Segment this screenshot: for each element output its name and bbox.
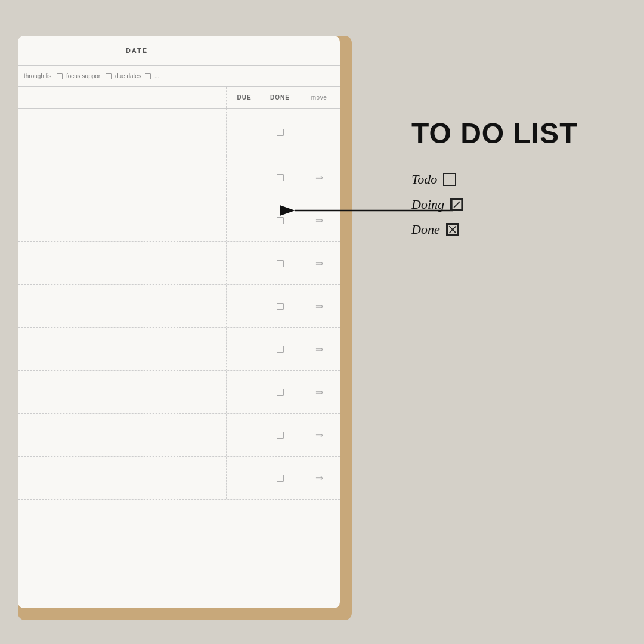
task-cell-9 bbox=[18, 457, 227, 499]
legend-done-label: Done bbox=[411, 222, 440, 237]
move-arrow-6[interactable]: ⇒ bbox=[315, 343, 323, 355]
table-row: ⇒ bbox=[18, 285, 340, 328]
date-value-area bbox=[256, 36, 340, 65]
move-arrow-2[interactable]: ⇒ bbox=[315, 172, 323, 183]
date-label: DATE bbox=[126, 47, 148, 54]
filter-checkbox-due[interactable] bbox=[106, 73, 112, 79]
done-cell-7 bbox=[262, 371, 298, 413]
done-cell-8 bbox=[262, 414, 298, 456]
move-cell-4: ⇒ bbox=[298, 242, 340, 284]
move-arrow-7[interactable]: ⇒ bbox=[315, 386, 323, 398]
table-row bbox=[18, 109, 340, 156]
done-checkbox-6[interactable] bbox=[277, 346, 284, 353]
doing-checkbox-icon bbox=[451, 198, 462, 211]
move-cell-5: ⇒ bbox=[298, 285, 340, 327]
filter-focus-support: focus support bbox=[66, 73, 102, 79]
task-cell-6 bbox=[18, 328, 227, 370]
table-row: ⇒ bbox=[18, 457, 340, 500]
filter-checkbox-more[interactable] bbox=[145, 73, 151, 79]
done-checkbox-5[interactable] bbox=[277, 303, 284, 310]
right-panel: TO DO LIST Todo Doing Done bbox=[400, 119, 626, 237]
todo-list-title: TO DO LIST bbox=[411, 119, 577, 148]
task-cell-2 bbox=[18, 156, 227, 199]
col-due-header: DUE bbox=[227, 87, 262, 108]
table-row: ⇒ bbox=[18, 328, 340, 371]
legend-todo-label: Todo bbox=[411, 172, 437, 187]
move-arrow-4[interactable]: ⇒ bbox=[315, 258, 323, 269]
move-cell-8: ⇒ bbox=[298, 414, 340, 456]
due-cell-9 bbox=[227, 457, 262, 499]
filter-due-dates: due dates bbox=[115, 73, 141, 79]
column-headers: DUE DONE move bbox=[18, 87, 340, 109]
legend-items: Todo Doing Done bbox=[411, 172, 463, 237]
done-checkbox-3[interactable] bbox=[277, 217, 284, 224]
move-arrow-5[interactable]: ⇒ bbox=[315, 301, 323, 312]
legend-checkbox-done bbox=[446, 223, 459, 236]
done-cell-9 bbox=[262, 457, 298, 499]
due-cell-5 bbox=[227, 285, 262, 327]
col-done-header: DONE bbox=[262, 87, 298, 108]
done-cell-5 bbox=[262, 285, 298, 327]
done-label: DONE bbox=[270, 94, 290, 101]
due-cell-3 bbox=[227, 199, 262, 242]
done-cell-4 bbox=[262, 242, 298, 284]
done-cell-2 bbox=[262, 156, 298, 199]
done-cell-6 bbox=[262, 328, 298, 370]
notebook-page: DATE through list focus support due date… bbox=[18, 36, 340, 608]
done-checkbox-7[interactable] bbox=[277, 389, 284, 396]
done-checkbox-icon bbox=[447, 223, 458, 236]
due-cell-2 bbox=[227, 156, 262, 199]
move-cell-6: ⇒ bbox=[298, 328, 340, 370]
table-row: ⇒ bbox=[18, 414, 340, 457]
move-cell-2: ⇒ bbox=[298, 156, 340, 199]
task-rows: ⇒ ⇒ ⇒ bbox=[18, 109, 340, 500]
date-header-row: DATE bbox=[18, 36, 340, 66]
move-arrow-8[interactable]: ⇒ bbox=[315, 429, 323, 441]
due-cell-7 bbox=[227, 371, 262, 413]
filter-bar: through list focus support due dates ... bbox=[18, 66, 340, 87]
task-cell-8 bbox=[18, 414, 227, 456]
legend-item-todo: Todo bbox=[411, 172, 463, 187]
task-cell-5 bbox=[18, 285, 227, 327]
done-cell-1 bbox=[262, 109, 298, 156]
table-row: ⇒ bbox=[18, 156, 340, 199]
table-row: ⇒ bbox=[18, 371, 340, 414]
col-task-header bbox=[18, 87, 227, 108]
table-row: ⇒ bbox=[18, 242, 340, 285]
done-checkbox-1[interactable] bbox=[277, 129, 284, 136]
done-checkbox-8[interactable] bbox=[277, 432, 284, 439]
move-cell-1 bbox=[298, 109, 340, 156]
due-label: DUE bbox=[237, 94, 251, 101]
legend-checkbox-doing bbox=[450, 198, 463, 211]
legend-item-doing: Doing bbox=[411, 197, 463, 212]
task-cell-3 bbox=[18, 199, 227, 242]
col-move-header: move bbox=[298, 87, 340, 108]
done-checkbox-9[interactable] bbox=[277, 475, 284, 482]
filter-through-list: through list bbox=[24, 73, 53, 79]
due-cell-6 bbox=[227, 328, 262, 370]
move-cell-7: ⇒ bbox=[298, 371, 340, 413]
task-cell-4 bbox=[18, 242, 227, 284]
legend-checkbox-todo bbox=[443, 173, 456, 186]
task-cell-7 bbox=[18, 371, 227, 413]
done-checkbox-2[interactable] bbox=[277, 174, 284, 181]
due-cell-1 bbox=[227, 109, 262, 156]
done-checkbox-4[interactable] bbox=[277, 260, 284, 267]
filter-more: ... bbox=[154, 73, 159, 79]
move-cell-9: ⇒ bbox=[298, 457, 340, 499]
svg-line-3 bbox=[454, 202, 460, 208]
move-label: move bbox=[311, 94, 327, 101]
move-arrow-9[interactable]: ⇒ bbox=[315, 472, 323, 484]
filter-checkbox-focus[interactable] bbox=[57, 73, 63, 79]
table-row: ⇒ bbox=[18, 199, 340, 242]
due-cell-4 bbox=[227, 242, 262, 284]
due-cell-8 bbox=[227, 414, 262, 456]
legend-doing-label: Doing bbox=[411, 197, 444, 212]
date-label-area: DATE bbox=[18, 36, 256, 65]
task-cell-1 bbox=[18, 109, 227, 156]
legend-item-done: Done bbox=[411, 222, 463, 237]
